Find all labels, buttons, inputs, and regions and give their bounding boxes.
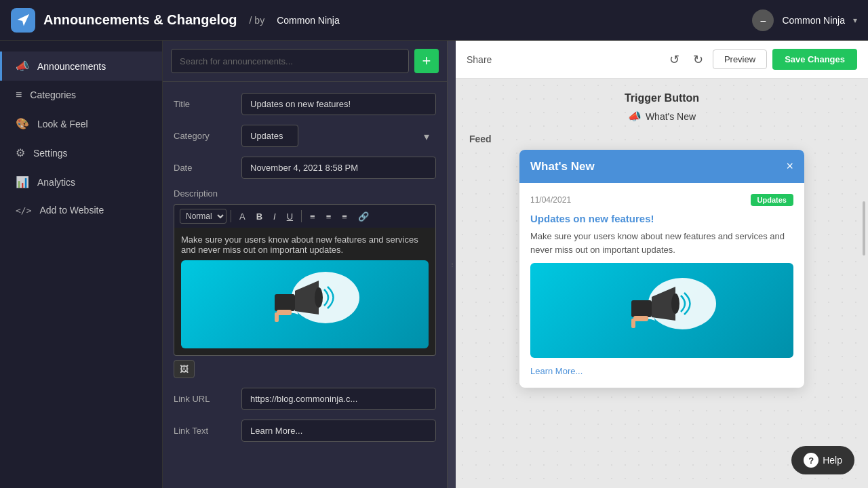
unordered-list-btn[interactable]: ≡ bbox=[322, 209, 336, 224]
preview-header: Share ↺ ↻ Preview Save Changes bbox=[456, 41, 868, 79]
feed-learn-more-link[interactable]: Learn More... bbox=[530, 366, 583, 376]
add-announcement-button[interactable]: + bbox=[414, 49, 439, 73]
description-text: Make sure your users know about new feat… bbox=[181, 235, 429, 255]
resize-handle[interactable]: ⋮ bbox=[448, 41, 456, 488]
help-label: Help bbox=[823, 455, 842, 466]
svg-point-3 bbox=[315, 287, 323, 308]
sidebar-item-look-feel[interactable]: 🎨 Look & Feel bbox=[0, 109, 162, 138]
category-label: Category bbox=[174, 131, 241, 141]
description-image bbox=[181, 260, 429, 348]
trigger-section-title: Trigger Button bbox=[469, 92, 854, 104]
svg-rect-7 bbox=[631, 300, 652, 317]
preview-content: Trigger Button 📣 What's New Feed What's … bbox=[456, 79, 868, 488]
sidebar-item-announcements[interactable]: 📣 Announcements bbox=[0, 52, 162, 81]
date-input[interactable] bbox=[241, 157, 436, 179]
divider bbox=[231, 210, 231, 222]
preview-actions: ↺ ↻ Preview Save Changes bbox=[665, 49, 857, 70]
sidebar-item-label: Settings bbox=[33, 148, 68, 159]
svg-rect-11 bbox=[631, 319, 635, 328]
bold-btn[interactable]: B bbox=[252, 209, 267, 224]
sidebar-item-label: Analytics bbox=[37, 177, 75, 188]
redo-button[interactable]: ↻ bbox=[689, 49, 707, 70]
help-circle-icon: ? bbox=[804, 453, 818, 468]
sidebar-item-settings[interactable]: ⚙ Settings bbox=[0, 138, 162, 167]
app-title: Announcements & Changelog bbox=[43, 12, 237, 28]
link-text-input[interactable] bbox=[241, 420, 436, 442]
svg-rect-10 bbox=[633, 316, 648, 321]
trigger-btn-label: What's New bbox=[646, 111, 696, 122]
share-button[interactable]: Share bbox=[467, 54, 492, 65]
description-label: Description bbox=[174, 188, 436, 199]
description-section: Description Normal A B I U ≡ ≡ ≡ bbox=[174, 188, 436, 378]
category-select-wrapper: Updates Bug Fixes Features News bbox=[241, 125, 436, 147]
add-website-icon: </> bbox=[16, 205, 31, 216]
app-logo bbox=[11, 8, 35, 33]
scroll-handle bbox=[863, 201, 865, 256]
image-upload-btn[interactable]: 🖼 bbox=[174, 360, 195, 378]
sidebar-item-categories[interactable]: ≡ Categories bbox=[0, 81, 162, 109]
feed-widget: What's New × 11/04/2021 Updates Updates … bbox=[519, 150, 804, 388]
feed-widget-header: What's New × bbox=[519, 150, 804, 183]
content-area: + Title Category Updates Bug Fixes F bbox=[163, 41, 868, 488]
sidebar-item-label: Look & Feel bbox=[37, 119, 88, 129]
feed-item-image bbox=[530, 263, 793, 358]
link-text-label: Link Text bbox=[174, 426, 241, 436]
feed-item-meta: 11/04/2021 Updates bbox=[530, 194, 793, 206]
feed-item-description: Make sure your users know about new feat… bbox=[530, 230, 793, 256]
underline-btn[interactable]: U bbox=[283, 209, 297, 224]
category-select[interactable]: Updates Bug Fixes Features News bbox=[241, 125, 298, 147]
trigger-button-preview[interactable]: 📣 What's New bbox=[628, 110, 696, 123]
align-btn[interactable]: ≡ bbox=[338, 209, 351, 224]
categories-icon: ≡ bbox=[16, 89, 22, 101]
divider bbox=[301, 210, 302, 222]
format-select[interactable]: Normal bbox=[180, 209, 226, 224]
sidebar-item-label: Categories bbox=[30, 89, 76, 100]
sidebar-item-add-website[interactable]: </> Add to Website bbox=[0, 197, 162, 224]
link-text-row: Link Text bbox=[174, 420, 436, 442]
italic-btn[interactable]: I bbox=[269, 209, 280, 224]
main-layout: 📣 Announcements ≡ Categories 🎨 Look & Fe… bbox=[0, 41, 868, 488]
sidebar: 📣 Announcements ≡ Categories 🎨 Look & Fe… bbox=[0, 41, 163, 488]
header-right: – Common Ninja ▾ bbox=[752, 9, 857, 31]
header-left: Announcements & Changelog / by Common Ni… bbox=[11, 8, 340, 33]
sidebar-item-label: Announcements bbox=[37, 61, 106, 72]
header-by: / by bbox=[250, 15, 265, 26]
category-row: Category Updates Bug Fixes Features News bbox=[174, 125, 436, 147]
help-button[interactable]: ? Help bbox=[791, 446, 854, 474]
feed-item: 11/04/2021 Updates Updates on new featur… bbox=[519, 183, 804, 388]
drag-dots-icon: ⋮ bbox=[450, 262, 454, 268]
analytics-icon: 📊 bbox=[16, 176, 29, 188]
feed-item-title: Updates on new features! bbox=[530, 213, 793, 224]
svg-rect-4 bbox=[277, 310, 292, 315]
link-url-input[interactable] bbox=[241, 388, 436, 410]
title-row: Title bbox=[174, 93, 436, 115]
date-row: Date bbox=[174, 157, 436, 179]
sidebar-item-label: Add to Website bbox=[39, 205, 104, 216]
link-url-row: Link URL bbox=[174, 388, 436, 410]
link-btn[interactable]: 🔗 bbox=[354, 209, 373, 224]
save-changes-button[interactable]: Save Changes bbox=[772, 49, 857, 70]
settings-icon: ⚙ bbox=[16, 146, 25, 159]
megaphone-illustration bbox=[237, 264, 373, 345]
description-content: Make sure your users know about new feat… bbox=[174, 228, 436, 356]
sidebar-item-analytics[interactable]: 📊 Analytics bbox=[0, 167, 162, 197]
date-label: Date bbox=[174, 163, 241, 173]
feed-category-badge: Updates bbox=[751, 194, 793, 206]
search-input[interactable] bbox=[171, 49, 409, 73]
preview-button[interactable]: Preview bbox=[713, 49, 767, 69]
search-bar: + bbox=[163, 41, 447, 82]
feed-widget-title: What's New bbox=[530, 160, 595, 174]
user-name: Common Ninja bbox=[782, 15, 845, 26]
header-brand: Common Ninja bbox=[277, 15, 340, 26]
chevron-down-icon[interactable]: ▾ bbox=[853, 16, 857, 25]
feed-close-button[interactable]: × bbox=[786, 159, 793, 174]
svg-point-9 bbox=[671, 293, 679, 314]
editor-form: Title Category Updates Bug Fixes Feature… bbox=[163, 82, 447, 488]
title-input[interactable] bbox=[241, 93, 436, 115]
svg-rect-5 bbox=[275, 312, 279, 322]
feed-megaphone-illustration bbox=[594, 270, 730, 351]
undo-button[interactable]: ↺ bbox=[665, 49, 684, 70]
ordered-list-btn[interactable]: ≡ bbox=[306, 209, 319, 224]
font-color-btn[interactable]: A bbox=[235, 209, 250, 224]
title-label: Title bbox=[174, 99, 241, 109]
